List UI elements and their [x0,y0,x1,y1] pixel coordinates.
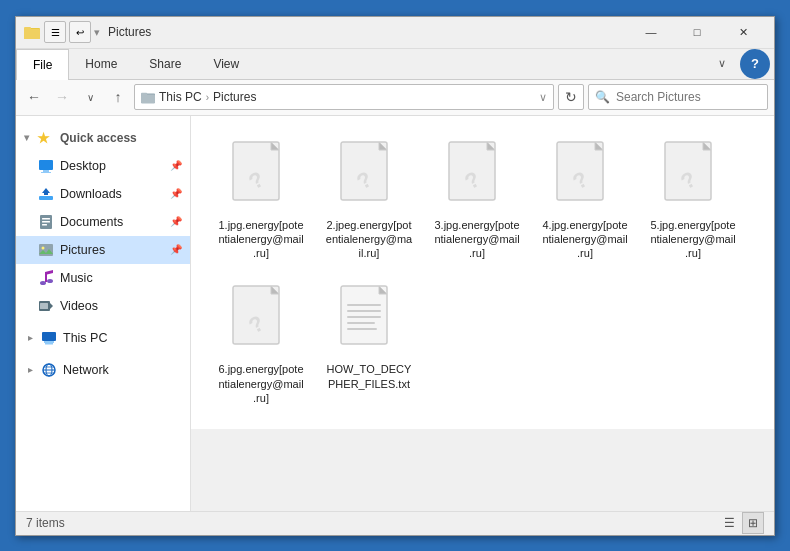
svg-rect-2 [24,29,40,39]
svg-rect-8 [41,172,51,173]
up-button[interactable]: ↑ [106,85,130,109]
address-bar: ← → ∨ ↑ This PC › Pictures ∨ ↻ 🔍 [16,80,774,116]
search-box[interactable]: 🔍 [588,84,768,110]
network-icon [41,362,57,378]
file-item[interactable]: HOW_TO_DECYPHER_FILES.txt [319,276,419,413]
documents-icon [38,214,54,230]
breadcrumb-sep: › [206,92,209,103]
qat-dropdown[interactable]: ▾ [94,26,100,39]
network-section: ▸ Network [16,356,190,384]
breadcrumb-dropdown[interactable]: ∨ [539,91,547,104]
file-icon [337,284,401,356]
file-name: 5.jpg.energy[potentialenergy@mail.ru] [649,218,737,261]
pictures-icon [38,242,54,258]
file-name: HOW_TO_DECYPHER_FILES.txt [325,362,413,391]
properties-btn[interactable]: ☰ [44,21,66,43]
svg-marker-20 [45,270,53,275]
quick-access-label: Quick access [60,131,137,145]
maximize-btn[interactable]: □ [674,16,720,48]
file-item[interactable]: ? 5.jpg.energy[potentialenergy@mail.ru] [643,132,743,269]
status-bar: 7 items ☰ ⊞ [16,511,774,535]
pictures-pin-icon: 📌 [170,244,182,255]
list-view-btn[interactable]: ☰ [718,512,740,534]
ribbon-tabs: File Home Share View ∨ ? [16,49,774,79]
forward-button[interactable]: → [50,85,74,109]
sidebar-item-documents[interactable]: Documents 📌 [16,208,190,236]
breadcrumb-folder-icon [141,90,155,104]
content-area: ? 1.jpg.energy[potentialenergy@mail.ru] … [191,116,774,430]
quick-tools: ☰ ↩ ▾ [44,21,100,43]
sidebar-item-downloads[interactable]: Downloads 📌 [16,180,190,208]
sidebar-item-pictures[interactable]: Pictures 📌 [16,236,190,264]
music-label: Music [60,271,93,285]
ribbon-chevron[interactable]: ∨ [708,49,736,79]
quick-access-section: ▾ ★ Quick access Desktop 📌 [16,124,190,320]
thispc-section: ▸ This PC [16,324,190,352]
svg-rect-9 [39,196,53,200]
desktop-icon [38,158,54,174]
breadcrumb-bar[interactable]: This PC › Pictures ∨ [134,84,554,110]
nav-dropdown-btn[interactable]: ∨ [78,85,102,109]
downloads-pin-icon: 📌 [170,188,182,199]
star-icon: ★ [37,130,50,146]
close-btn[interactable]: ✕ [720,16,766,48]
thispc-expand-icon: ▸ [28,332,33,343]
sidebar-item-music[interactable]: Music [16,264,190,292]
svg-rect-61 [347,316,381,318]
folder-icon [24,24,40,40]
desktop-label: Desktop [60,159,106,173]
svg-marker-22 [50,303,53,309]
svg-rect-62 [347,322,375,324]
window-controls: — □ ✕ [628,16,766,48]
sidebar-item-network[interactable]: ▸ Network [16,356,190,384]
thispc-label: This PC [63,331,107,345]
network-expand-icon: ▸ [28,364,33,375]
search-input[interactable] [616,90,761,104]
svg-rect-7 [43,170,49,172]
tab-share[interactable]: Share [133,49,197,79]
file-item[interactable]: ? 2.jpeg.energy[potentialenergy@mail.ru] [319,132,419,269]
item-count: 7 items [26,516,65,530]
refresh-button[interactable]: ↻ [558,84,584,110]
svg-point-16 [42,246,45,249]
tab-file[interactable]: File [16,49,69,80]
help-button[interactable]: ? [740,49,770,79]
file-name: 1.jpg.energy[potentialenergy@mail.ru] [217,218,305,261]
undo-btn[interactable]: ↩ [69,21,91,43]
desktop-pin-icon: 📌 [170,160,182,171]
sidebar-item-thispc[interactable]: ▸ This PC [16,324,190,352]
explorer-window: ☰ ↩ ▾ Pictures — □ ✕ File Home Share Vie… [15,16,775,536]
file-item[interactable]: ? 6.jpg.energy[potentialenergy@mail.ru] [211,276,311,413]
svg-rect-15 [39,244,53,256]
file-item[interactable]: ? 1.jpg.energy[potentialenergy@mail.ru] [211,132,311,269]
breadcrumb-thispc[interactable]: This PC [159,90,202,104]
file-icon: ? [661,140,725,212]
sidebar-item-videos[interactable]: Videos [16,292,190,320]
file-icon: ? [229,284,293,356]
downloads-icon [38,186,54,202]
svg-rect-6 [39,160,53,170]
file-item[interactable]: ? 3.jpg.energy[potentialenergy@mail.ru] [427,132,527,269]
sidebar-item-desktop[interactable]: Desktop 📌 [16,152,190,180]
file-name: 6.jpg.energy[potentialenergy@mail.ru] [217,362,305,405]
file-name: 3.jpg.energy[potentialenergy@mail.ru] [433,218,521,261]
tab-view[interactable]: View [197,49,255,79]
svg-rect-23 [40,303,48,309]
grid-view-btn[interactable]: ⊞ [742,512,764,534]
tab-home[interactable]: Home [69,49,133,79]
svg-rect-5 [141,94,155,103]
back-button[interactable]: ← [22,85,46,109]
svg-rect-13 [42,221,50,223]
title-bar-icon [24,24,40,40]
svg-rect-25 [44,341,54,343]
svg-marker-10 [42,188,50,195]
svg-rect-12 [42,218,50,220]
qa-expand-icon: ▾ [24,132,29,143]
file-name: 4.jpg.energy[potentialenergy@mail.ru] [541,218,629,261]
svg-rect-56 [341,286,387,344]
minimize-btn[interactable]: — [628,16,674,48]
chevron-icon: ∨ [718,57,726,70]
thispc-icon [41,330,57,346]
file-item[interactable]: ? 4.jpg.energy[potentialenergy@mail.ru] [535,132,635,269]
svg-point-18 [47,279,53,283]
